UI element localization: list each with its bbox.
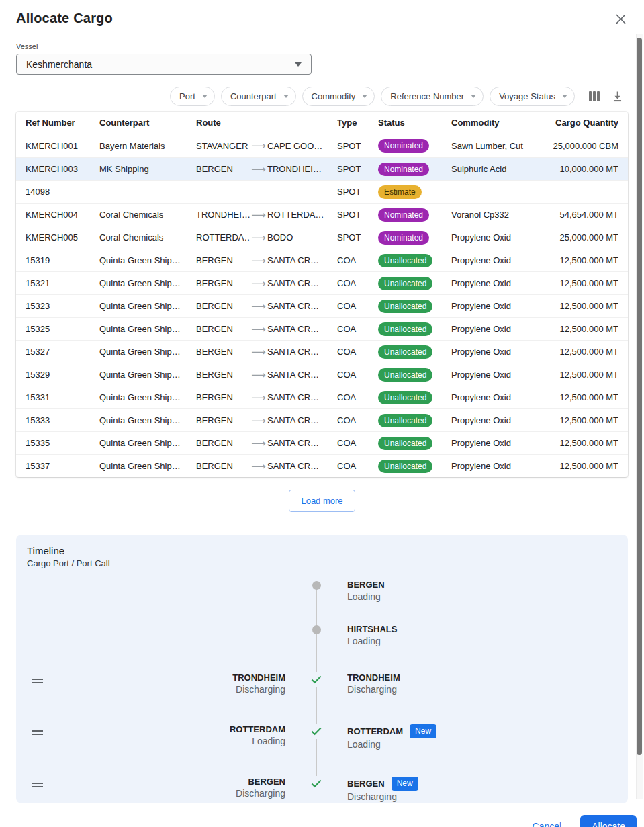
- route-arrow-icon: ⟶: [250, 392, 267, 404]
- dialog-footer: Cancel Allocate: [0, 815, 637, 827]
- status-badge: Nominated: [378, 208, 429, 222]
- timeline-item: TRONDHEIM Discharging TRONDHEIM Discharg…: [27, 672, 617, 724]
- table-row[interactable]: KMERCH001 Bayern Materials STAVANGER ⟶ C…: [16, 134, 628, 157]
- commodity-cell: Sulphuric Acid: [451, 164, 539, 174]
- table-row[interactable]: 15331 Quinta Green Ship… BERGEN ⟶ SANTA …: [16, 386, 628, 408]
- close-icon[interactable]: [612, 11, 629, 28]
- drag-handle-icon[interactable]: [32, 730, 54, 737]
- dialog-header: Allocate Cargo: [0, 0, 644, 28]
- vessel-select[interactable]: Keshmerchanta: [16, 54, 312, 75]
- table-row[interactable]: 15333 Quinta Green Ship… BERGEN ⟶ SANTA …: [16, 408, 628, 431]
- columns-icon[interactable]: [586, 89, 602, 104]
- table-row[interactable]: KMERCH003 MK Shipping BERGEN ⟶ TRONDHEI……: [16, 157, 628, 180]
- port-call-activity: Discharging: [347, 791, 617, 803]
- route-origin: BERGEN: [196, 415, 250, 425]
- timeline-port-call: BERGENNew Discharging: [347, 777, 617, 803]
- allocate-button[interactable]: Allocate: [580, 815, 637, 827]
- route-destination: BODO: [267, 232, 293, 243]
- timeline-item: HIRTSHALS Loading: [27, 624, 617, 672]
- status-cell: Nominated: [378, 208, 451, 222]
- drag-handle-icon[interactable]: [32, 783, 54, 789]
- route-destination: SANTA CR…: [267, 278, 319, 288]
- quantity-cell: 12,500.000 MT: [539, 324, 618, 334]
- port-call-name-text: ROTTERDAM: [347, 726, 403, 736]
- timeline-panel: Timeline Cargo Port / Port Call BERGEN L…: [16, 535, 628, 803]
- timeline-cargo-port: [54, 624, 285, 625]
- cancel-button[interactable]: Cancel: [533, 821, 562, 827]
- status-cell: Nominated: [378, 231, 451, 245]
- filter-chip[interactable]: Commodity: [302, 87, 375, 106]
- route-origin: TRONDHEI…: [196, 210, 250, 220]
- chevron-down-icon: [362, 95, 367, 98]
- column-header: Route: [196, 118, 337, 128]
- route-cell: BERGEN ⟶ SANTA CR…: [196, 437, 337, 449]
- table-row[interactable]: KMERCH004 Coral Chemicals TRONDHEI… ⟶ RO…: [16, 203, 628, 226]
- status-badge: Unallocated: [378, 300, 432, 313]
- table-row[interactable]: 15329 Quinta Green Ship… BERGEN ⟶ SANTA …: [16, 363, 628, 386]
- counterpart-cell: Quinta Green Ship…: [99, 461, 196, 471]
- drag-handle-icon[interactable]: [32, 679, 54, 685]
- status-cell: Unallocated: [378, 368, 451, 382]
- route-origin: STAVANGER: [196, 141, 250, 151]
- route-cell: BERGEN ⟶ SANTA CR…: [196, 460, 337, 472]
- type-cell: COA: [337, 392, 378, 402]
- timeline-port-call: BERGEN Loading: [347, 580, 617, 603]
- status-badge: Unallocated: [378, 460, 432, 473]
- route-arrow-icon: ⟶: [250, 209, 267, 221]
- route-arrow-icon: ⟶: [250, 369, 267, 381]
- route-arrow-icon: ⟶: [250, 323, 267, 335]
- route-arrow-icon: ⟶: [250, 232, 267, 244]
- table-row[interactable]: 15321 Quinta Green Ship… BERGEN ⟶ SANTA …: [16, 271, 628, 294]
- chevron-down-icon: [295, 62, 302, 67]
- chevron-down-icon: [471, 95, 476, 98]
- load-more-wrap: Load more: [0, 490, 644, 512]
- table-row[interactable]: 15319 Quinta Green Ship… BERGEN ⟶ SANTA …: [16, 249, 628, 271]
- table-row[interactable]: 15325 Quinta Green Ship… BERGEN ⟶ SANTA …: [16, 317, 628, 340]
- quantity-cell: 12,500.000 MT: [539, 369, 618, 380]
- type-cell: SPOT: [337, 210, 378, 220]
- ref-number-cell: KMERCH004: [26, 210, 99, 220]
- filter-chip[interactable]: Voyage Status: [490, 87, 575, 106]
- port-call-activity: Discharging: [347, 684, 617, 695]
- status-badge: Nominated: [378, 139, 429, 153]
- ref-number-cell: 14098: [26, 187, 99, 197]
- scrollbar-thumb[interactable]: [637, 38, 642, 755]
- quantity-cell: 12,500.000 MT: [539, 461, 618, 471]
- ref-number-cell: 15333: [26, 415, 99, 425]
- route-origin: BERGEN: [196, 438, 250, 448]
- route-origin: BERGEN: [196, 278, 250, 288]
- status-badge: Unallocated: [378, 368, 432, 382]
- counterpart-cell: Quinta Green Ship…: [99, 347, 196, 357]
- filter-chip[interactable]: Counterpart: [221, 87, 296, 106]
- ref-number-cell: 15337: [26, 461, 99, 471]
- timeline-marker: [285, 672, 347, 687]
- load-more-button[interactable]: Load more: [289, 490, 355, 512]
- port-call-activity: Loading: [347, 739, 617, 750]
- timeline-dot-icon: [312, 581, 321, 590]
- route-destination: SANTA CR…: [267, 392, 319, 402]
- column-header: Counterpart: [99, 118, 196, 128]
- route-arrow-icon: ⟶: [250, 277, 267, 290]
- port-call-name-text: HIRTSHALS: [347, 624, 397, 634]
- commodity-cell: Propylene Oxid: [451, 415, 539, 425]
- filter-chip[interactable]: Reference Number: [381, 87, 484, 106]
- ref-number-cell: 15323: [26, 301, 99, 311]
- download-icon[interactable]: [608, 87, 627, 105]
- route-destination: CAPE GOO…: [267, 141, 322, 151]
- route-arrow-icon: ⟶: [250, 415, 267, 427]
- route-cell: STAVANGER ⟶ CAPE GOO…: [196, 140, 337, 152]
- type-cell: COA: [337, 369, 378, 380]
- table-row[interactable]: 15335 Quinta Green Ship… BERGEN ⟶ SANTA …: [16, 431, 628, 454]
- commodity-cell: Propylene Oxid: [451, 301, 539, 311]
- filter-chip[interactable]: Port: [170, 87, 215, 106]
- table-row[interactable]: 14098 ⟶ SPOT Estimate: [16, 180, 628, 203]
- timeline-cargo-port: BERGEN Discharging: [54, 777, 285, 799]
- route-destination: SANTA CR…: [267, 347, 319, 357]
- table-row[interactable]: 15327 Quinta Green Ship… BERGEN ⟶ SANTA …: [16, 340, 628, 363]
- table-row[interactable]: 15323 Quinta Green Ship… BERGEN ⟶ SANTA …: [16, 294, 628, 317]
- ref-number-cell: 15331: [26, 392, 99, 402]
- route-origin: BERGEN: [196, 369, 250, 380]
- table-row[interactable]: KMERCH005 Coral Chemicals ROTTERDA… ⟶ BO…: [16, 226, 628, 249]
- table-row[interactable]: 15337 Quinta Green Ship… BERGEN ⟶ SANTA …: [16, 454, 628, 477]
- quantity-cell: 12,500.000 MT: [539, 438, 618, 448]
